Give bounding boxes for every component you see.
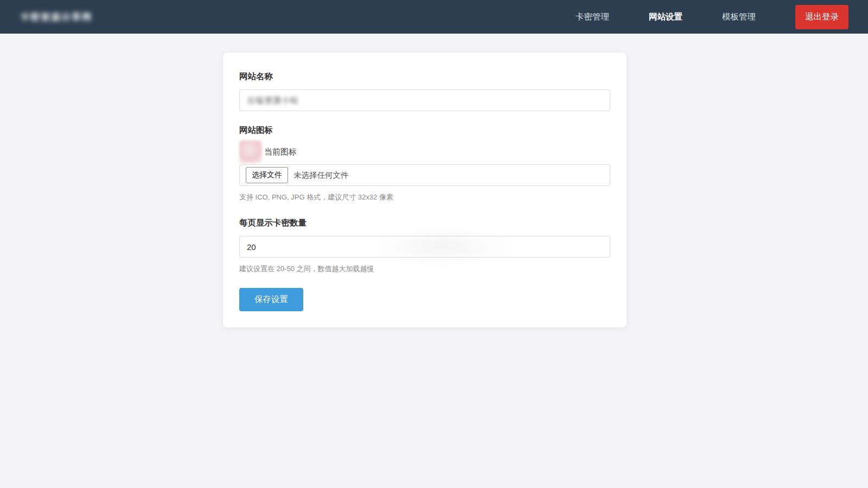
current-icon-row: 当前图标 xyxy=(239,140,610,163)
logout-button[interactable]: 退出登录 xyxy=(795,5,848,29)
navbar-menu: 卡密管理 网站设置 模板管理 退出登录 xyxy=(576,5,848,29)
save-settings-button[interactable]: 保存设置 xyxy=(239,288,303,311)
favicon-helper-text: 支持 ICO, PNG, JPG 格式，建议尺寸 32x32 像素 xyxy=(239,192,610,202)
current-favicon-preview xyxy=(239,140,262,163)
per-page-section: 每页显示卡密数量 建议设置在 20-50 之间，数值越大加载越慢 保存设置 xyxy=(239,217,610,311)
nav-item-card-management[interactable]: 卡密管理 xyxy=(576,11,609,23)
per-page-helper-text: 建议设置在 20-50 之间，数值越大加载越慢 xyxy=(239,264,610,274)
nav-item-site-settings[interactable]: 网站设置 xyxy=(649,11,682,23)
top-navbar: 卡密资源分享网 卡密管理 网站设置 模板管理 退出登录 xyxy=(0,0,868,34)
current-icon-caption: 当前图标 xyxy=(264,147,297,157)
main-content: 网站名称 云端资源小站 网站图标 当前图标 选择文件 未选择任何文件 支持 IC… xyxy=(0,53,868,328)
site-icon-section: 网站图标 当前图标 选择文件 未选择任何文件 支持 ICO, PNG, JPG … xyxy=(239,125,610,202)
site-icon-label: 网站图标 xyxy=(239,125,610,136)
site-name-label: 网站名称 xyxy=(239,71,610,82)
choose-file-button[interactable]: 选择文件 xyxy=(246,167,288,183)
favicon-file-input[interactable]: 选择文件 未选择任何文件 xyxy=(239,164,610,186)
site-logo-blurred: 卡密资源分享网 xyxy=(20,11,92,23)
site-name-value-blurred: 云端资源小站 xyxy=(247,95,299,106)
site-name-section: 网站名称 云端资源小站 xyxy=(239,71,610,111)
no-file-selected-text: 未选择任何文件 xyxy=(293,170,349,181)
per-page-label: 每页显示卡密数量 xyxy=(239,217,610,229)
settings-card: 网站名称 云端资源小站 网站图标 当前图标 选择文件 未选择任何文件 支持 IC… xyxy=(223,53,627,328)
site-name-input[interactable]: 云端资源小站 xyxy=(239,89,610,111)
nav-item-template-management[interactable]: 模板管理 xyxy=(722,11,756,23)
per-page-input[interactable] xyxy=(239,236,610,258)
